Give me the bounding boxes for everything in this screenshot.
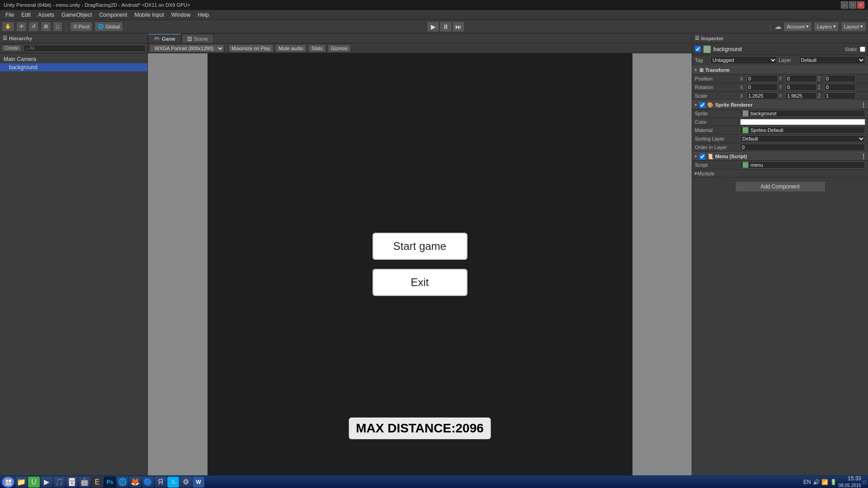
material-field[interactable]: Sprites-Default <box>740 127 865 134</box>
position-x-field[interactable] <box>746 75 778 82</box>
game-center-area: Start game Exit MAX DISTANCE:2096 <box>302 53 538 475</box>
transform-expand-arrow[interactable]: ▼ <box>694 68 698 72</box>
taskbar-misc[interactable]: ⚙ <box>180 477 192 488</box>
taskbar-unity-icon[interactable]: U <box>28 477 40 488</box>
tag-select[interactable]: Untagged <box>710 56 777 64</box>
network-icon[interactable]: 📶 <box>821 479 828 485</box>
taskbar-skype[interactable]: S <box>167 477 179 488</box>
rotation-y-field[interactable] <box>785 84 817 91</box>
mute-audio-button[interactable]: Mute audio <box>275 44 306 52</box>
sorting-layer-select[interactable]: Default <box>740 135 865 142</box>
play-button[interactable]: ▶ <box>427 21 439 32</box>
taskbar-word[interactable]: W <box>193 477 204 488</box>
menu-script-enabled-checkbox[interactable] <box>699 154 705 160</box>
sprite-renderer-enabled-checkbox[interactable] <box>699 102 705 108</box>
taskbar-firefox[interactable]: 🦊 <box>129 477 141 488</box>
taskbar-play[interactable]: ▶ <box>41 477 52 488</box>
scale-z-field[interactable] <box>824 92 856 99</box>
taskbar-explorer[interactable]: 📁 <box>15 477 27 488</box>
toolbar-hand-tool[interactable]: ✋ <box>2 22 14 32</box>
menu-component[interactable]: Component <box>95 11 131 19</box>
chevron-down-icon: ▾ <box>833 23 836 29</box>
stats-button[interactable]: Stats <box>308 44 326 52</box>
taskbar-ie[interactable]: 🌐 <box>117 477 128 488</box>
layers-button[interactable]: Layers ▾ <box>814 22 839 32</box>
object-active-checkbox[interactable] <box>695 46 701 52</box>
toolbar: ✋ ✛ ↺ ⊞ □ ⊙ Pivot 🌐 Global ▶ ⏸ ⏭ ☁ Accou… <box>0 20 868 33</box>
menu-bar: File Edit Assets GameObject Component Mo… <box>0 10 868 20</box>
start-game-button[interactable]: Start game <box>373 233 467 260</box>
sprite-renderer-options-icon[interactable]: ⋮ <box>861 102 866 108</box>
toolbar-rect-tool[interactable]: □ <box>53 22 62 32</box>
menu-assets[interactable]: Assets <box>34 11 58 19</box>
rotation-z-field[interactable] <box>824 84 856 91</box>
taskbar-android[interactable]: 🤖 <box>79 477 90 488</box>
sprite-thumbnail <box>742 110 749 117</box>
rotation-x-field[interactable] <box>746 84 778 91</box>
taskbar-chrome[interactable]: 🔵 <box>142 477 154 488</box>
step-button[interactable]: ⏭ <box>452 21 465 32</box>
start-button[interactable]: 🪟 <box>2 477 14 488</box>
tab-scene[interactable]: 🖼 Scene <box>181 34 214 43</box>
hierarchy-title: ☰ Hierarchy <box>3 35 32 41</box>
menu-gameobject[interactable]: GameObject <box>58 11 95 19</box>
order-in-layer-row: Order in Layer <box>692 143 868 152</box>
taskbar-cards[interactable]: 🃏 <box>66 477 78 488</box>
taskbar-photoshop[interactable]: Ps <box>104 477 116 488</box>
menu-help[interactable]: Help <box>194 11 213 19</box>
tab-game[interactable]: 🎮 Game <box>148 34 181 43</box>
add-component-button[interactable]: Add Component <box>735 181 826 192</box>
toolbar-move-tool[interactable]: ✛ <box>16 22 27 32</box>
sprite-field[interactable]: background <box>740 110 865 117</box>
gizmos-button[interactable]: Gizmos <box>328 44 351 52</box>
hierarchy-content: Main Camera background <box>0 53 147 475</box>
game-left-dark <box>208 53 302 475</box>
menu-window[interactable]: Window <box>168 11 194 19</box>
pivot-button[interactable]: ⊙ Pivot <box>70 22 93 32</box>
position-y-field[interactable] <box>785 75 817 82</box>
battery-icon[interactable]: 🔋 <box>830 479 837 485</box>
taskbar-epic[interactable]: E <box>91 477 103 488</box>
script-field[interactable]: menu <box>740 161 865 169</box>
resolution-select[interactable]: WXGA Portrait (800x1280) <box>150 44 224 52</box>
scale-x-field[interactable] <box>746 92 778 99</box>
minimize-button[interactable]: ─ <box>841 1 848 9</box>
layout-button[interactable]: Layout ▾ <box>841 22 866 32</box>
script-thumbnail <box>742 162 749 168</box>
transform-scale-row: Scale X Y Z <box>692 92 868 100</box>
layer-select[interactable]: Default <box>799 56 866 64</box>
menu-edit[interactable]: Edit <box>18 11 34 19</box>
toolbar-scale-tool[interactable]: ⊞ <box>41 22 51 32</box>
position-z-field[interactable] <box>824 75 856 82</box>
taskbar-music[interactable]: 🎵 <box>53 477 65 488</box>
toolbar-separator-1 <box>66 22 66 31</box>
language-indicator[interactable]: EN <box>803 479 811 485</box>
title-text: Unity Personal (64bit) - menu.unity - Dr… <box>4 2 841 8</box>
pause-button[interactable]: ⏸ <box>439 21 452 32</box>
taskbar-yandex[interactable]: Я <box>155 477 166 488</box>
menu-mobileinput[interactable]: Mobile Input <box>131 11 167 19</box>
hierarchy-item-maincamera[interactable]: Main Camera <box>0 55 147 63</box>
maximize-button[interactable]: □ <box>849 1 856 9</box>
sprite-expand-arrow[interactable]: ▼ <box>694 103 698 107</box>
menu-file[interactable]: File <box>2 11 18 19</box>
maximize-on-play-button[interactable]: Maximize on Play <box>228 44 274 52</box>
scale-y-field[interactable] <box>785 92 817 99</box>
toolbar-rotate-tool[interactable]: ↺ <box>28 22 39 32</box>
global-button[interactable]: 🌐 Global <box>94 22 123 32</box>
hierarchy-item-background[interactable]: background <box>0 63 147 71</box>
menu-script-options-icon[interactable]: ⋮ <box>861 153 866 160</box>
show-desktop-icon[interactable]: □ <box>863 479 866 485</box>
exit-button[interactable]: Exit <box>373 269 467 296</box>
volume-icon[interactable]: 🔊 <box>813 479 820 485</box>
color-preview[interactable] <box>740 119 865 125</box>
hierarchy-search[interactable] <box>24 45 146 52</box>
account-button[interactable]: Account ▾ <box>783 22 812 32</box>
close-button[interactable]: ✕ <box>857 1 864 9</box>
static-checkbox[interactable] <box>860 47 865 52</box>
scene-tab-icon: 🖼 <box>187 36 192 42</box>
menu-script-expand-arrow[interactable]: ▼ <box>694 155 698 159</box>
hierarchy-create-button[interactable]: Create <box>2 45 22 52</box>
order-in-layer-field[interactable] <box>740 144 865 151</box>
taskbar-right: EN 🔊 📶 🔋 15:33 08.05.2016 □ <box>803 475 866 488</box>
